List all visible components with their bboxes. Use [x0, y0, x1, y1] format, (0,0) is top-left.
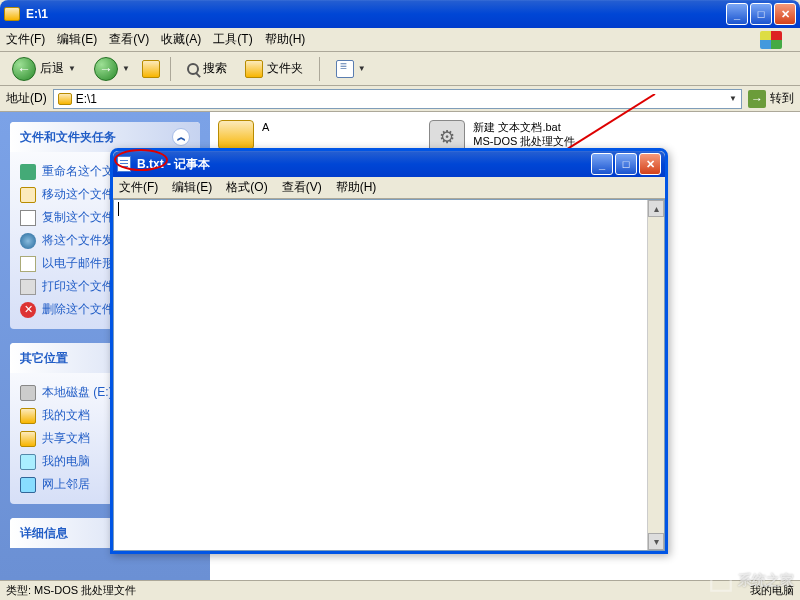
back-button[interactable]: ← 后退 ▼ [6, 54, 82, 84]
folder-icon [20, 408, 36, 424]
details-title: 详细信息 [20, 525, 68, 542]
other-title: 其它位置 [20, 350, 68, 367]
close-button[interactable]: ✕ [639, 153, 661, 175]
views-icon [336, 60, 354, 78]
move-icon [20, 187, 36, 203]
print-icon [20, 279, 36, 295]
menu-edit[interactable]: 编辑(E) [57, 31, 97, 48]
chevron-down-icon[interactable]: ▼ [729, 94, 737, 103]
computer-icon [20, 454, 36, 470]
notepad-titlebar[interactable]: B.txt - 记事本 _ □ ✕ [113, 151, 665, 177]
vertical-scrollbar[interactable] [647, 200, 664, 550]
go-label: 转到 [770, 90, 794, 107]
address-value: E:\1 [76, 92, 97, 106]
drive-icon [20, 385, 36, 401]
search-button[interactable]: 搜索 [181, 57, 233, 80]
rename-icon [20, 164, 36, 180]
menu-file[interactable]: 文件(F) [6, 31, 45, 48]
minimize-button[interactable]: _ [591, 153, 613, 175]
explorer-toolbar: ← 后退 ▼ → ▼ 搜索 文件夹 ▼ [0, 52, 800, 86]
folder-icon [58, 93, 72, 105]
explorer-menubar: 文件(F) 编辑(E) 查看(V) 收藏(A) 工具(T) 帮助(H) [0, 28, 800, 52]
address-bar: 地址(D) E:\1 ▼ → 转到 [0, 86, 800, 112]
web-icon [20, 233, 36, 249]
folders-icon [245, 60, 263, 78]
back-label: 后退 [40, 60, 64, 77]
status-left: 类型: MS-DOS 批处理文件 [6, 583, 136, 598]
views-button[interactable]: ▼ [330, 57, 372, 81]
separator [319, 57, 320, 81]
np-menu-edit[interactable]: 编辑(E) [172, 179, 212, 196]
minimize-button[interactable]: _ [726, 3, 748, 25]
menu-favorites[interactable]: 收藏(A) [161, 31, 201, 48]
notepad-textarea[interactable] [113, 199, 665, 551]
menu-tools[interactable]: 工具(T) [213, 31, 252, 48]
watermark: 系统之家 [708, 568, 794, 594]
address-label: 地址(D) [6, 90, 47, 107]
folder-icon [20, 431, 36, 447]
np-menu-file[interactable]: 文件(F) [119, 179, 158, 196]
copy-icon [20, 210, 36, 226]
network-icon [20, 477, 36, 493]
mail-icon [20, 256, 36, 272]
maximize-button[interactable]: □ [750, 3, 772, 25]
notepad-title: B.txt - 记事本 [137, 156, 591, 173]
windows-flag-icon [760, 31, 782, 49]
folders-label: 文件夹 [267, 60, 303, 77]
chevron-down-icon: ▼ [68, 64, 76, 73]
window-title: E:\1 [26, 7, 726, 21]
close-button[interactable]: ✕ [774, 3, 796, 25]
explorer-titlebar: E:\1 _ □ ✕ [0, 0, 800, 28]
house-icon [708, 568, 734, 594]
np-menu-view[interactable]: 查看(V) [282, 179, 322, 196]
go-arrow-icon: → [748, 90, 766, 108]
folder-icon [218, 120, 254, 150]
tasks-title: 文件和文件夹任务 [20, 129, 116, 146]
text-cursor [118, 202, 119, 216]
separator [170, 57, 171, 81]
forward-button[interactable]: → ▼ [88, 54, 136, 84]
menu-help[interactable]: 帮助(H) [265, 31, 306, 48]
maximize-button[interactable]: □ [615, 153, 637, 175]
np-menu-help[interactable]: 帮助(H) [336, 179, 377, 196]
file-label: A [262, 120, 269, 134]
folders-button[interactable]: 文件夹 [239, 57, 309, 81]
notepad-menubar: 文件(F) 编辑(E) 格式(O) 查看(V) 帮助(H) [113, 177, 665, 199]
chevron-down-icon: ▼ [122, 64, 130, 73]
up-folder-button[interactable] [142, 60, 160, 78]
collapse-icon: ︽ [172, 128, 190, 146]
back-arrow-icon: ← [12, 57, 36, 81]
notepad-window: B.txt - 记事本 _ □ ✕ 文件(F) 编辑(E) 格式(O) 查看(V… [110, 148, 668, 554]
delete-icon: ✕ [20, 302, 36, 318]
search-icon [187, 63, 199, 75]
menu-view[interactable]: 查看(V) [109, 31, 149, 48]
forward-arrow-icon: → [94, 57, 118, 81]
status-bar: 类型: MS-DOS 批处理文件 我的电脑 [0, 580, 800, 600]
chevron-down-icon: ▼ [358, 64, 366, 73]
search-label: 搜索 [203, 60, 227, 77]
notepad-icon [117, 156, 131, 172]
go-button[interactable]: → 转到 [748, 90, 794, 108]
np-menu-format[interactable]: 格式(O) [226, 179, 267, 196]
folder-icon [4, 7, 20, 21]
